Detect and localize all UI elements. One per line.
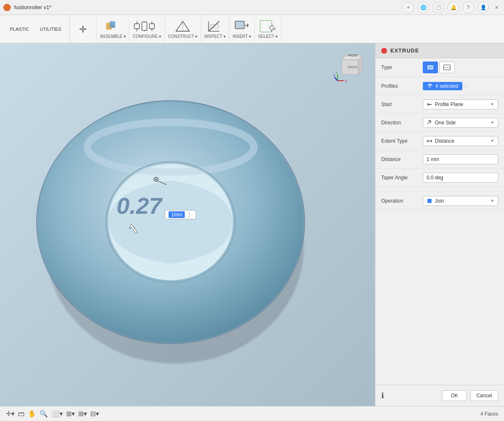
tab-plastic[interactable]: PLASTIC — [5, 25, 34, 33]
toolbar-insert[interactable]: INSERT ▾ — [229, 15, 255, 43]
svg-text:0.27: 0.27 — [117, 193, 163, 219]
operation-dropdown-arrow: ▼ — [490, 198, 494, 203]
info-button[interactable]: ℹ — [381, 391, 384, 400]
type-label: Type — [381, 64, 423, 70]
taper-input[interactable] — [423, 173, 498, 183]
start-row: Start Profile Plane ▼ — [375, 95, 504, 114]
start-control: Profile Plane ▼ — [423, 99, 498, 109]
close-button[interactable]: × — [492, 3, 501, 12]
configure-icons — [134, 20, 160, 33]
svg-text:X: X — [345, 79, 347, 83]
toolbar-tabs: PLASTIC UTILITIES — [2, 15, 70, 43]
start-value: Profile Plane — [435, 102, 463, 107]
help-button[interactable]: ? — [462, 2, 474, 13]
fitview-statusbar-icon[interactable]: ⬜▾ — [51, 410, 63, 418]
statusbar-left: ✛▾ 🗃 ✋ 🔍 ⬜▾ ⊞▾ ⊞▾ ⊟▾ — [6, 410, 99, 418]
copy-statusbar-icon[interactable]: 🗃 — [18, 410, 25, 418]
svg-line-44 — [335, 77, 338, 81]
nav-cube[interactable]: FRONT FRONT X Y Z — [333, 52, 367, 85]
toolbar-configure[interactable]: CONFIGURE ▾ — [129, 15, 165, 43]
globe-button[interactable]: 🌐 — [417, 2, 429, 13]
zoom-statusbar-icon[interactable]: 🔍 — [40, 410, 48, 418]
profiles-selected[interactable]: 4 selected — [423, 82, 462, 90]
statusbar: ✛▾ 🗃 ✋ 🔍 ⬜▾ ⊞▾ ⊞▾ ⊟▾ 4 Faces — [0, 406, 504, 421]
display-statusbar-icon[interactable]: ⊞▾ — [66, 410, 75, 418]
taper-label: Taper Angle — [381, 175, 423, 181]
operation-control: Join ▼ — [423, 196, 498, 206]
statusbar-faces-count: 4 Faces — [480, 411, 498, 417]
footer-buttons: OK Cancel — [442, 390, 498, 401]
toolbar-assemble[interactable]: ASSEMBLE ▾ — [97, 15, 129, 43]
start-label: Start — [381, 102, 423, 107]
type-surface-button[interactable] — [439, 62, 454, 73]
operation-label: Operation — [381, 198, 423, 204]
add-tab-button[interactable]: + — [402, 2, 414, 13]
layout-statusbar-icon[interactable]: ⊟▾ — [90, 410, 99, 418]
profiles-clear-button[interactable]: × — [464, 83, 467, 89]
extent-type-label: Extent Type — [381, 138, 423, 144]
right-panel: EXTRUDE Type Profiles — [375, 43, 504, 406]
user-button[interactable]: 👤 — [477, 2, 489, 13]
direction-control: One Side ▼ — [423, 118, 498, 128]
select-label: SELECT ▾ — [258, 34, 278, 39]
type-row: Type — [375, 58, 504, 77]
ok-button[interactable]: OK — [442, 390, 467, 401]
configure-label: CONFIGURE ▾ — [133, 34, 161, 39]
direction-dropdown-arrow: ▼ — [490, 120, 494, 125]
clock-button[interactable]: 🕐 — [432, 2, 444, 13]
profiles-control: 4 selected × — [423, 82, 498, 90]
inspect-label: INSPECT ▾ — [204, 34, 226, 39]
titlebar: fustionroller v1* + 🌐 🕐 🔔 ? 👤 × — [0, 0, 504, 15]
direction-dropdown[interactable]: One Side ▼ — [423, 118, 498, 128]
viewport[interactable]: 0.27 1mm ⋮ — [0, 43, 375, 406]
panel-close-button[interactable] — [381, 48, 387, 54]
svg-text:✛: ✛ — [79, 24, 87, 35]
operation-row: Operation Join ▼ — [375, 192, 504, 210]
extent-type-dropdown-arrow: ▼ — [490, 139, 494, 143]
operation-dropdown[interactable]: Join ▼ — [423, 196, 498, 206]
svg-rect-7 — [142, 22, 147, 30]
panel-title: EXTRUDE — [390, 47, 419, 54]
insert-label: INSERT ▾ — [233, 34, 251, 39]
svg-rect-4 — [134, 24, 139, 29]
titlebar-left: fustionroller v1* — [3, 4, 52, 11]
toolbar-construct[interactable]: CONSTRUCT ▾ — [165, 15, 201, 43]
taper-row: Taper Angle — [375, 168, 504, 187]
toolbar-select[interactable]: SELECT ▾ — [255, 15, 281, 43]
start-dropdown[interactable]: Profile Plane ▼ — [423, 99, 498, 109]
panel-header: EXTRUDE — [375, 43, 504, 58]
tab-utilities[interactable]: UTILITIES — [35, 25, 66, 33]
svg-text:Y: Y — [335, 71, 338, 74]
taper-control — [423, 173, 498, 183]
dimension-value: 1mm — [169, 211, 185, 218]
hand-statusbar-icon[interactable]: ✋ — [28, 410, 36, 418]
torus-shape: 0.27 — [8, 64, 341, 389]
main-area: 0.27 1mm ⋮ — [0, 43, 504, 406]
assemble-label: ASSEMBLE ▾ — [100, 34, 126, 39]
extent-type-dropdown[interactable]: Distance ▼ — [423, 136, 498, 146]
app-icon — [3, 4, 11, 11]
svg-rect-47 — [428, 66, 433, 69]
cancel-button[interactable]: Cancel — [470, 390, 498, 401]
svg-point-31 — [155, 178, 157, 180]
profiles-value: 4 selected — [435, 83, 458, 89]
spacer — [375, 187, 504, 192]
toolbar-inspect[interactable]: INSPECT ▾ — [201, 15, 229, 43]
distance-control — [423, 154, 498, 164]
grid-statusbar-icon[interactable]: ⊞▾ — [78, 410, 87, 418]
distance-input[interactable] — [423, 154, 498, 164]
toolbar-move[interactable]: ✛ — [72, 15, 97, 43]
insert-icons — [233, 20, 250, 33]
svg-text:Z: Z — [333, 74, 335, 77]
move-statusbar-icon[interactable]: ✛▾ — [6, 410, 15, 418]
type-solid-button[interactable] — [423, 62, 438, 73]
dimension-menu-icon[interactable]: ⋮ — [186, 211, 192, 218]
svg-rect-10 — [149, 24, 154, 29]
construct-label: CONSTRUCT ▾ — [168, 34, 197, 39]
assemble-icons — [105, 20, 120, 33]
select-icons — [259, 20, 276, 33]
inspect-icons — [207, 20, 223, 33]
notification-button[interactable]: 🔔 — [447, 2, 459, 13]
extent-type-value: Distance — [435, 138, 454, 144]
profiles-label: Profiles — [381, 83, 423, 89]
